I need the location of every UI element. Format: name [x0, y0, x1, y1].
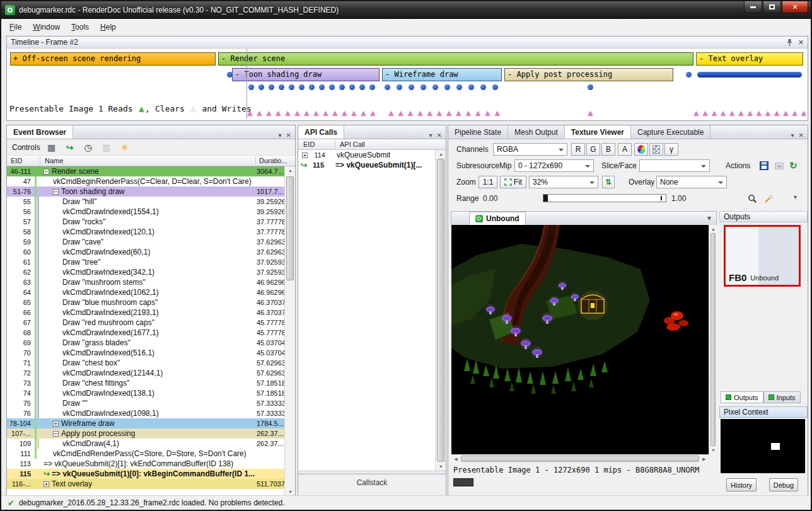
event-row[interactable]: 113=> vkQueueSubmit(2)[1]: vkEndCommandB…	[7, 459, 284, 469]
tab-capture-executable[interactable]: Capture Executable	[631, 125, 710, 139]
fb0-thumbnail[interactable]: FB0 Unbound	[724, 225, 801, 287]
zoom-fit-button[interactable]: Fit	[500, 176, 526, 188]
event-browser-vscrollbar[interactable]: ▲ ▼	[284, 166, 295, 496]
checkerboard-background-button[interactable]	[649, 143, 663, 156]
event-row[interactable]: 46-111−Render scene3064.7...	[7, 166, 284, 176]
pin-icon[interactable]	[786, 38, 793, 47]
close-button[interactable]: ✕	[782, 1, 808, 13]
event-browser-close-icon[interactable]: ✕	[286, 132, 291, 139]
current-event-marker[interactable]	[246, 49, 247, 119]
event-row[interactable]: 51-76−Toon shading draw1017.7...	[7, 187, 284, 197]
scroll-left-icon[interactable]: ◀	[451, 455, 460, 463]
event-row[interactable]: 115↪=> vkQueueSubmit(1)[0]: vkBeginComma…	[7, 469, 284, 479]
debug-button[interactable]: Debug	[769, 478, 798, 491]
event-row[interactable]: 76vkCmdDrawIndexed(1098,1)57.33333	[7, 408, 284, 418]
menu-item-help[interactable]: Help	[95, 20, 122, 34]
range-white-handle[interactable]	[661, 196, 662, 200]
time-durations-icon[interactable]: ◷	[81, 141, 95, 154]
event-row[interactable]: 64vkCmdDrawIndexed(1062,1)46.96296	[7, 287, 284, 297]
event-browser-menu-caret-icon[interactable]: ▾	[279, 132, 282, 139]
range-black-handle[interactable]	[543, 195, 548, 202]
tab-pipeline-state[interactable]: Pipeline State	[448, 125, 508, 139]
scroll-thumb[interactable]	[710, 233, 716, 446]
texture-image[interactable]	[451, 225, 709, 454]
menu-item-tools[interactable]: Tools	[66, 20, 95, 34]
event-row[interactable]: 56vkCmdDrawIndexed(1554,1)39.25926	[7, 207, 284, 217]
range-slider[interactable]	[543, 194, 666, 202]
event-row[interactable]: 59Draw "cave"37.62963	[7, 237, 284, 247]
timeline-bar[interactable]: - Toon shading draw	[232, 68, 380, 81]
event-row[interactable]: 74vkCmdDrawIndexed(138,1)57.18518	[7, 388, 284, 398]
event-row[interactable]: 67Draw "red mushroom caps"45.77778	[7, 318, 284, 328]
timeline-settings-icon[interactable]: ▦	[45, 141, 59, 154]
scroll-thumb[interactable]	[461, 456, 699, 462]
expander-plus-icon[interactable]: +	[44, 481, 49, 487]
event-row[interactable]: 55Draw "hill"39.25926	[7, 197, 284, 207]
goto-event-icon[interactable]: ↪	[63, 141, 77, 154]
timeline-canvas[interactable]: Presentable Image 1 Reads ▲, Clears ▲ an…	[7, 49, 808, 120]
tab-texture-unbound[interactable]: Unbound	[469, 212, 526, 225]
event-row[interactable]: 47vkCmdBeginRenderPass(C=Clear, D=Clear,…	[7, 176, 284, 187]
event-row[interactable]: 107-...−Apply post processing262.37...	[7, 428, 284, 439]
right-close-icon[interactable]: ✕	[799, 132, 804, 139]
timeline-bar[interactable]: - Apply post processing	[504, 68, 673, 81]
event-row[interactable]: 70vkCmdDrawIndexed(516,1)45.03704	[7, 348, 284, 358]
overlay-combo[interactable]: None	[656, 176, 727, 188]
zoom-1to1-button[interactable]: 1:1	[478, 176, 497, 188]
event-browser-column-header[interactable]: EID Name Duratio...	[7, 156, 295, 166]
event-row[interactable]: 72vkCmdDrawIndexed(12144,1)57.62963	[7, 368, 284, 378]
channels-combo[interactable]: RGBA	[493, 143, 567, 156]
pixel-context-view[interactable]	[721, 419, 805, 473]
event-row[interactable]: 69Draw "grass blades"45.03704	[7, 338, 284, 348]
custom-display-button[interactable]	[634, 143, 648, 156]
timeline-bar[interactable]: - Text overlay	[696, 52, 803, 66]
scroll-thumb[interactable]	[437, 159, 444, 462]
event-row[interactable]: 73Draw "chest fittings"57.18518	[7, 378, 284, 388]
expander-plus-icon[interactable]: +	[53, 421, 59, 427]
save-texture-button[interactable]	[756, 159, 772, 172]
tab-texture-viewer[interactable]: Texture Viewer	[565, 125, 631, 139]
toolbar-collapse-icon[interactable]: ▾	[794, 191, 797, 204]
event-row[interactable]: 57Draw "rocks"37.77778	[7, 217, 284, 227]
restore-button[interactable]	[763, 1, 781, 13]
channel-blue-button[interactable]: B	[601, 143, 615, 156]
scroll-up-icon[interactable]: ▲	[285, 166, 296, 175]
scroll-down-icon[interactable]: ▼	[436, 462, 446, 471]
menu-item-window[interactable]: Window	[27, 20, 66, 34]
timeline-bar[interactable]: - Wireframe draw	[382, 68, 502, 81]
scroll-right-icon[interactable]: ▶	[700, 455, 709, 463]
texture-vscrollbar[interactable]: ▲ ▼	[709, 225, 717, 454]
event-row[interactable]: 116-...+Text overlay511.7037	[7, 479, 284, 489]
expander-plus-icon[interactable]: +	[302, 152, 308, 158]
expander-minus-icon[interactable]: −	[53, 431, 59, 437]
event-row[interactable]: 109vkCmdDraw(4,1)262.37...	[7, 439, 284, 449]
api-call-row[interactable]: +114vkQueueSubmit	[298, 150, 435, 160]
api-call-row[interactable]: ↪115=> vkQueueSubmit(1)[...	[298, 160, 435, 170]
event-row[interactable]: 61Draw "tree"37.92593	[7, 257, 284, 267]
event-row[interactable]: 60vkCmdDrawIndexed(60,1)37.62963	[7, 247, 284, 257]
event-row[interactable]: 58vkCmdDrawIndexed(120,1)37.77778	[7, 227, 284, 237]
timeline-bar[interactable]: - Render scene	[218, 52, 693, 66]
event-row[interactable]: 68vkCmdDrawIndexed(1677,1)45.77778	[7, 328, 284, 338]
event-row[interactable]: 78-104+Wireframe draw1784.5...	[7, 418, 284, 428]
channel-red-button[interactable]: R	[571, 143, 585, 156]
tab-mesh-output[interactable]: Mesh Output	[508, 125, 565, 139]
timeline-close-icon[interactable]: ✕	[798, 38, 804, 47]
autofit-range-button[interactable]	[761, 192, 777, 205]
expander-minus-icon[interactable]: −	[53, 189, 59, 195]
event-row[interactable]: 65Draw "blue mushroom caps"46.37037	[7, 297, 284, 307]
flip-y-button[interactable]: ⇅	[602, 176, 615, 188]
statistics-icon[interactable]: ▥	[100, 141, 113, 154]
scroll-down-icon[interactable]: ▼	[709, 446, 717, 454]
texture-list-caret-icon[interactable]: ▾	[707, 214, 716, 225]
menu-item-file[interactable]: File	[4, 20, 27, 34]
zoom-range-button[interactable]	[745, 192, 760, 205]
texture-hscrollbar[interactable]: ◀ ▶	[451, 454, 709, 462]
channel-alpha-button[interactable]: A	[618, 143, 632, 156]
gamma-button[interactable]: γ	[664, 143, 678, 156]
slice-face-combo[interactable]	[639, 159, 710, 172]
event-row[interactable]: 75Draw ""57.33333	[7, 398, 284, 408]
mip-combo[interactable]: 0 - 1272x690	[514, 159, 594, 172]
scroll-thumb[interactable]	[286, 176, 294, 280]
channel-green-button[interactable]: G	[586, 143, 600, 156]
